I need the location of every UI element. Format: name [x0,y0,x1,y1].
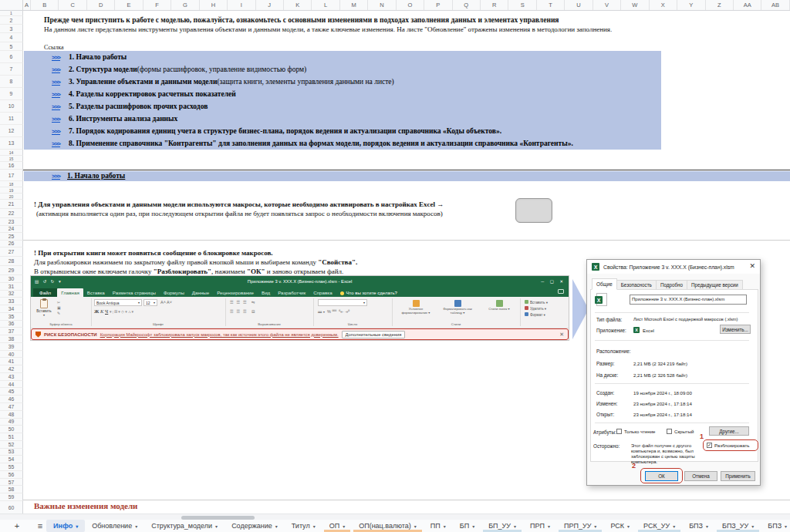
section-1-backlink[interactable]: >>> [52,173,60,180]
row-number[interactable]: 39 [0,343,23,351]
sheet-tab-ОП[interactable]: ОП▾ [322,520,353,532]
sheet-tab-ОП(нац.валюта)[interactable]: ОП(нац.валюта)▾ [352,520,424,532]
column-header[interactable]: V [593,0,621,10]
column-header[interactable]: T [537,0,565,10]
column-header[interactable]: W [621,0,649,10]
chevron-down-icon[interactable]: ▾ [548,524,550,529]
row-number[interactable]: 23 [0,218,23,226]
row-number[interactable]: 40 [0,351,23,359]
chevron-down-icon[interactable]: ▾ [275,524,278,529]
row-number[interactable]: 49 [0,419,23,426]
sheet-tab-ПРП_УУ[interactable]: ПРП_УУ▾ [557,520,603,532]
toc-link[interactable]: >>> [52,103,60,110]
column-header[interactable]: B [31,0,59,10]
chevron-down-icon[interactable]: ▾ [135,524,137,529]
row-number[interactable]: 8 [0,76,23,88]
sheet-tab-РСК[interactable]: РСК▾ [603,520,636,532]
row-number[interactable]: 45 [0,388,23,396]
row-number[interactable]: 33 [0,298,23,305]
scrollbar-thumb[interactable] [181,516,255,520]
column-header[interactable]: M [340,0,368,10]
row-number[interactable]: 50 [0,426,23,433]
chevron-down-icon[interactable]: ▾ [343,524,345,529]
chevron-down-icon[interactable]: ▾ [627,524,630,529]
row-number[interactable]: 14 [0,150,23,156]
column-header[interactable]: D [87,0,115,10]
sheet-tab-БП[interactable]: БП▾ [453,520,481,532]
chevron-down-icon[interactable]: ▾ [673,524,675,529]
sheet-tab-ПП[interactable]: ПП▾ [424,520,453,532]
column-header[interactable]: Q [453,0,481,10]
toc-link[interactable]: >>> [52,91,60,98]
toc-link[interactable]: >>> [52,66,60,73]
row-number[interactable]: 22 [0,209,23,218]
row-number[interactable]: 51 [0,433,23,441]
row-number[interactable]: 35 [0,313,23,321]
add-sheet-button[interactable]: + [11,521,23,530]
toc-link[interactable]: >>> [52,54,60,61]
toc-link[interactable]: >>> [52,140,60,147]
chevron-down-icon[interactable]: ▾ [444,524,446,529]
sheet-tab-ПРП[interactable]: ПРП▾ [523,520,557,532]
column-header[interactable]: K [284,0,312,10]
row-number[interactable]: 26 [0,241,23,248]
column-header[interactable]: U [565,0,592,10]
row-number[interactable]: 2 [0,16,23,25]
row-number[interactable]: 5 [0,42,23,51]
row-number[interactable]: 44 [0,381,23,389]
column-header[interactable]: J [256,0,284,10]
column-header[interactable]: AA [734,0,761,10]
row-number[interactable]: 29 [0,266,23,275]
row-number[interactable]: 19 [0,187,23,194]
row-number[interactable]: 37 [0,328,23,335]
row-number[interactable]: 20 [0,194,23,200]
column-header[interactable]: O [397,0,424,10]
row-number[interactable]: 18 [0,181,23,187]
row-number[interactable]: 42 [0,365,23,373]
row-number[interactable]: 13 [0,137,23,150]
row-number[interactable]: 55 [0,463,23,471]
row-number[interactable]: 52 [0,441,23,449]
column-header[interactable]: H [200,0,228,10]
all-sheets-menu-icon[interactable]: ≡ [34,521,46,530]
row-number[interactable]: 47 [0,403,23,411]
sheet-tab-Структура_модели[interactable]: Структура_модели▾ [144,520,225,532]
row-number[interactable]: 57 [0,479,23,487]
sheet-tab-БПЗ[interactable]: БПЗ▾ [682,520,715,532]
row-number[interactable]: 3 [0,25,23,33]
row-number[interactable]: 36 [0,321,23,328]
row-number[interactable]: 30 [0,275,23,283]
row-number[interactable]: 16 [0,162,23,170]
chevron-down-icon[interactable]: ▾ [215,524,218,529]
sheet-tab-БПЗ[interactable]: БПЗ▾ [761,520,790,532]
row-number[interactable]: 6 [0,51,23,63]
row-number[interactable]: 15 [0,156,23,162]
row-number[interactable]: 24 [0,226,23,234]
column-header[interactable]: L [312,0,339,10]
row-number[interactable]: 43 [0,373,23,381]
chevron-down-icon[interactable]: ▾ [514,524,516,529]
row-number[interactable]: 12 [0,125,23,137]
row-number[interactable]: 17 [0,170,23,181]
row-number[interactable]: 25 [0,233,23,241]
chevron-down-icon[interactable]: ▾ [594,524,596,529]
macro-activation-button[interactable] [515,198,552,223]
sheet-tab-Обновление[interactable]: Обновление▾ [85,520,144,532]
sheet-tab-Титул[interactable]: Титул▾ [285,520,322,532]
row-number[interactable]: 28 [0,257,23,266]
row-number[interactable]: 54 [0,456,23,463]
row-number[interactable]: 41 [0,358,23,365]
row-number[interactable]: 4 [0,33,23,42]
toc-link[interactable]: >>> [52,116,60,123]
chevron-down-icon[interactable]: ▾ [313,524,316,529]
column-header[interactable]: C [59,0,86,10]
row-number[interactable]: 32 [0,291,23,298]
row-number[interactable]: 38 [0,335,23,343]
row-number[interactable]: 48 [0,411,23,419]
row-number[interactable]: 56 [0,471,23,479]
column-header[interactable]: A [23,0,31,10]
chevron-down-icon[interactable]: ▾ [706,524,708,529]
toc-link[interactable]: >>> [52,128,60,135]
sheet-tab-Инфо[interactable]: Инфо▾ [46,520,85,532]
column-header[interactable]: E [115,0,143,10]
